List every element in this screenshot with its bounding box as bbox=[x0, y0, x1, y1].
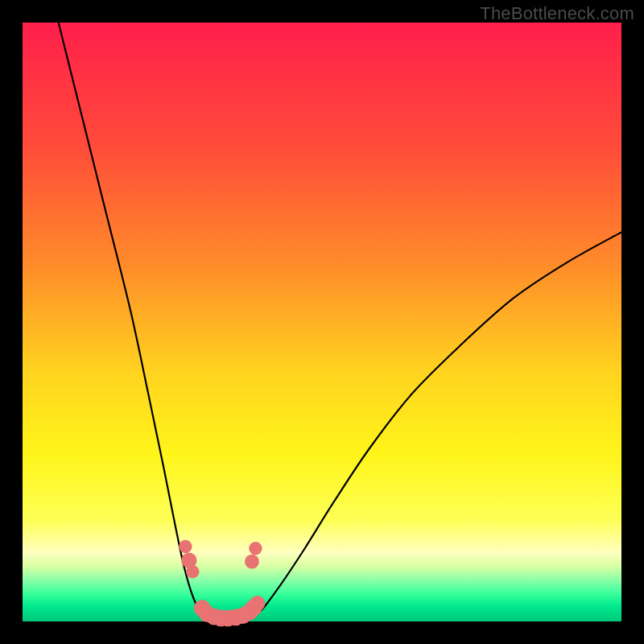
plot-area bbox=[23, 23, 621, 621]
data-marker bbox=[186, 565, 199, 578]
curve-path bbox=[59, 23, 621, 621]
data-markers bbox=[179, 540, 265, 627]
chart-frame: TheBottleneck.com bbox=[0, 0, 644, 644]
data-marker bbox=[179, 540, 192, 553]
bottleneck-curve bbox=[59, 23, 621, 621]
curve-layer bbox=[23, 23, 621, 621]
data-marker bbox=[245, 555, 259, 569]
data-marker bbox=[250, 596, 265, 611]
watermark-text: TheBottleneck.com bbox=[480, 3, 634, 24]
data-marker bbox=[249, 542, 262, 555]
